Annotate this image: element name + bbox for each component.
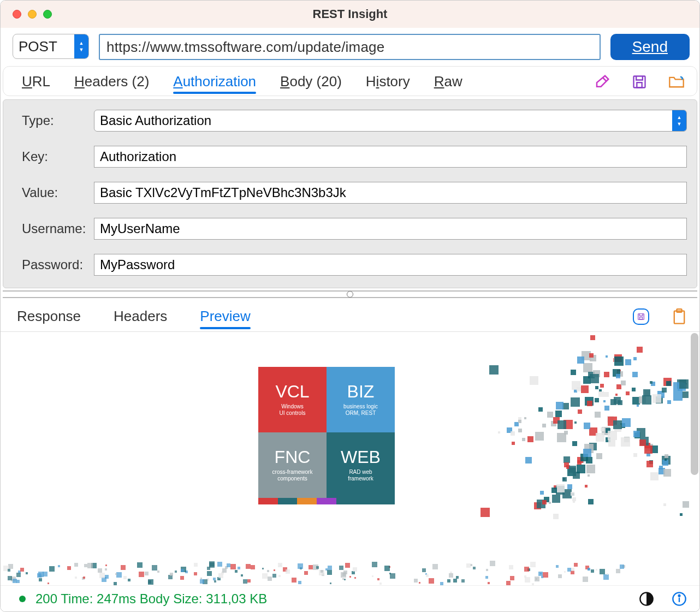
tab-preview[interactable]: Preview [200,308,250,325]
eraser-icon[interactable] [594,74,610,90]
auth-type-select[interactable]: Basic Authorization [94,110,687,132]
chevron-updown-icon [74,34,88,58]
clipboard-icon[interactable] [671,308,687,325]
auth-type-value: Basic Authorization [94,110,217,131]
auth-username-input[interactable] [94,218,687,240]
panel-splitter[interactable] [3,290,697,298]
http-method-value: POST [19,38,63,55]
http-method-select[interactable]: POST [13,34,89,59]
traffic-lights [1,10,52,19]
tab-history[interactable]: History [366,73,410,90]
tile-vcl: VCL Windows UI controls [258,367,327,432]
auth-value-input[interactable] [94,182,687,204]
minimize-window-button[interactable] [28,10,37,19]
tile-fnc: FNC cross-framework components [258,432,327,498]
close-window-button[interactable] [13,10,21,19]
toolbar-icons [594,74,685,90]
particle-band [1,563,699,585]
save-icon[interactable] [631,74,648,90]
tab-raw[interactable]: Raw [434,73,462,90]
maximize-window-button[interactable] [43,10,52,19]
titlebar: REST Insight [1,1,699,28]
preview-tile-grid: VCL Windows UI controls BIZ business log… [258,367,395,498]
preview-area: VCL Windows UI controls BIZ business log… [1,331,699,585]
tab-body[interactable]: Body (20) [280,73,342,90]
auth-key-label: Key: [22,149,94,164]
color-bar [258,498,395,504]
status-indicator-icon [19,596,26,602]
auth-username-label: Username: [22,221,94,236]
url-input[interactable] [99,34,601,60]
tab-authorization[interactable]: Authorization [173,73,256,90]
auth-value-label: Value: [22,185,94,200]
tile-web: WEB RAD web framework [327,432,395,498]
chevron-updown-icon [672,110,686,131]
tab-response[interactable]: Response [17,308,81,325]
auth-key-input[interactable] [94,146,687,168]
auth-password-label: Password: [22,257,94,272]
app-window: REST Insight POST Send URL Headers (2) A… [0,0,700,612]
preview-image: VCL Windows UI controls BIZ business log… [1,332,699,585]
auth-password-input[interactable] [94,254,687,276]
status-text: 200 Time: 247ms Body Size: 311,03 KB [35,591,267,607]
open-folder-icon[interactable] [668,74,685,90]
window-title: REST Insight [313,7,388,21]
info-icon[interactable] [671,591,687,607]
svg-point-9 [679,595,680,596]
tab-headers[interactable]: Headers (2) [74,73,149,90]
contrast-icon[interactable] [638,591,655,607]
response-tabs: Response Headers Preview [1,298,699,331]
svg-rect-3 [640,317,643,319]
send-button[interactable]: Send [610,34,690,60]
statusbar: 200 Time: 247ms Body Size: 311,03 KB [1,585,699,611]
request-bar: POST Send [1,28,699,66]
tab-response-headers[interactable]: Headers [114,308,167,325]
svg-rect-1 [637,82,642,87]
auth-type-label: Type: [22,113,94,128]
request-tabs: URL Headers (2) Authorization Body (20) … [3,66,697,96]
save-response-icon[interactable] [633,308,649,325]
runner-graphic: {"n":420} [481,337,699,534]
authorization-panel: Type: Basic Authorization Key: Value: Us… [3,99,697,288]
tile-biz: BIZ business logic ORM, REST [327,367,395,432]
tab-url[interactable]: URL [22,73,50,90]
